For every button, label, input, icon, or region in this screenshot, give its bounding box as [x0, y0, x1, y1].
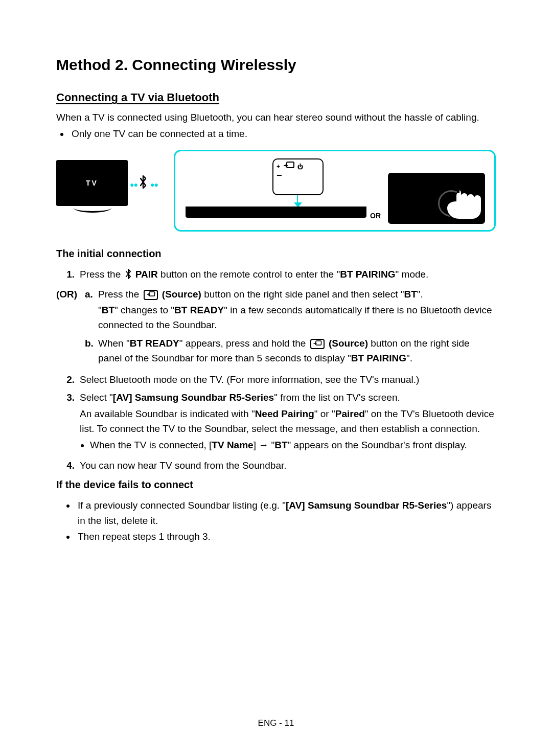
or-label: (OR): [56, 287, 85, 369]
steps-list: 1. Press the PAIR button on the remote c…: [56, 267, 496, 473]
bt-pairing-label: BT PAIRING: [340, 269, 395, 280]
step-1: 1. Press the PAIR button on the remote c…: [56, 267, 496, 283]
text: If a previously connected Soundbar listi…: [78, 500, 286, 511]
tv-stand: [74, 206, 111, 213]
list-item: When the TV is connected, [TV Name] → "B…: [90, 438, 496, 453]
sub-letter: a.: [85, 287, 98, 333]
text: Select ": [80, 392, 113, 403]
step-3-sub-bullets: When the TV is connected, [TV Name] → "B…: [90, 438, 496, 453]
text: " or ": [314, 408, 335, 419]
soundbar-icon: [186, 207, 366, 218]
section-header-fail: If the device fails to connect: [56, 479, 496, 491]
step-or-block: (OR) a. Press the (Source) button on the…: [56, 287, 496, 369]
text: ".: [417, 289, 423, 300]
step-a: a. Press the (Source) button on the righ…: [85, 287, 496, 333]
step-number: 1.: [56, 267, 80, 283]
or-label: OR: [370, 212, 381, 220]
section-header-initial: The initial connection: [56, 248, 496, 260]
text: ".: [406, 353, 412, 363]
volume-minus-label: −: [277, 170, 319, 181]
fail-list: If a previously connected Soundbar listi…: [76, 498, 496, 544]
need-pairing-label: Need Pairing: [255, 408, 314, 419]
step-body: Select Bluetooth mode on the TV. (For mo…: [80, 372, 496, 387]
step-number: 4.: [56, 458, 80, 473]
step-body: Press the PAIR button on the remote cont…: [80, 267, 496, 283]
text: " changes to ": [114, 305, 174, 315]
svg-rect-2: [316, 341, 321, 345]
source-label: (Source): [329, 338, 368, 349]
text: button on the remote control to enter th…: [160, 269, 340, 280]
text: " from the list on TV's screen.: [274, 392, 400, 403]
step-number: 2.: [56, 372, 80, 387]
power-icon: ⏻: [297, 164, 303, 170]
step-body: Select "[AV] Samsung Soundbar R5-Series"…: [80, 390, 496, 455]
list-item: If a previously connected Soundbar listi…: [76, 498, 496, 528]
source-icon: [310, 339, 325, 349]
bt-pairing-label: BT PAIRING: [351, 353, 406, 363]
svg-rect-1: [149, 291, 155, 295]
step-body: When "BT READY" appears, press and hold …: [98, 336, 496, 366]
soundbar-illustration-panel: + ⏻ − OR: [174, 150, 496, 232]
text: button on the right side panel and then …: [204, 289, 404, 300]
remote-illustration: [388, 173, 485, 224]
svg-rect-0: [287, 162, 294, 168]
text: " appears on the Soundbar's front displa…: [288, 440, 467, 450]
hand-icon: [431, 188, 482, 224]
intro-text: When a TV is connected using Bluetooth, …: [56, 110, 496, 125]
text: When the TV is connected, [: [90, 440, 212, 450]
text: ": [98, 305, 102, 315]
list-item: Then repeat steps 1 through 3.: [76, 529, 496, 544]
model-name: [AV] Samsung Soundbar R5-Series: [286, 500, 447, 511]
source-icon: [144, 290, 158, 300]
page-title: Method 2. Connecting Wirelessly: [56, 56, 496, 74]
text: Press the: [98, 289, 142, 300]
step-3: 3. Select "[AV] Samsung Soundbar R5-Seri…: [56, 390, 496, 455]
text: " mode.: [396, 269, 429, 280]
model-name: [AV] Samsung Soundbar R5-Series: [113, 392, 274, 403]
intro-notes: Only one TV can be connected at a time.: [70, 127, 496, 141]
source-icon: [283, 162, 294, 171]
note-item: Only one TV can be connected at a time.: [70, 127, 496, 141]
text: When ": [98, 338, 130, 349]
text: Press the: [80, 269, 124, 280]
page-footer: ENG - 11: [0, 718, 552, 728]
bluetooth-icon: [138, 174, 148, 193]
bt-label: BT: [102, 305, 114, 315]
manual-page: Method 2. Connecting Wirelessly Connecti…: [0, 0, 552, 756]
tv-illustration: TV ●● ●●: [56, 150, 158, 221]
sub-letter: b.: [85, 336, 98, 366]
bt-ready-label: BT READY: [130, 338, 179, 349]
signal-dots-right: ●●: [150, 180, 158, 189]
step-body: You can now hear TV sound from the Sound…: [80, 458, 496, 473]
illustration-row: TV ●● ●● + ⏻ − OR: [56, 150, 496, 232]
step-body: Press the (Source) button on the right s…: [98, 287, 496, 333]
step-4: 4. You can now hear TV sound from the So…: [56, 458, 496, 473]
bluetooth-pair-icon: [125, 268, 132, 283]
volume-plus-label: +: [277, 163, 280, 170]
text: An available Soundbar is indicated with …: [80, 408, 255, 419]
bt-label: BT: [404, 289, 417, 300]
bt-label: BT: [274, 440, 287, 450]
bt-ready-label: BT READY: [174, 305, 224, 315]
text: " appears, press and hold the: [179, 338, 309, 349]
source-label: (Source): [162, 289, 201, 300]
tv-icon: TV: [56, 160, 128, 206]
tv-label: TV: [86, 179, 98, 187]
soundbar-button-panel: + ⏻ −: [272, 158, 324, 195]
tv-name-label: TV Name: [212, 440, 253, 450]
text: ] → ": [254, 440, 275, 450]
step-number: 3.: [56, 390, 80, 455]
signal-dots-left: ●●: [130, 180, 137, 189]
section-subtitle: Connecting a TV via Bluetooth: [56, 91, 496, 104]
step-2: 2. Select Bluetooth mode on the TV. (For…: [56, 372, 496, 387]
paired-label: Paired: [335, 408, 365, 419]
step-b: b. When "BT READY" appears, press and ho…: [85, 336, 496, 366]
pair-label: PAIR: [135, 269, 158, 280]
